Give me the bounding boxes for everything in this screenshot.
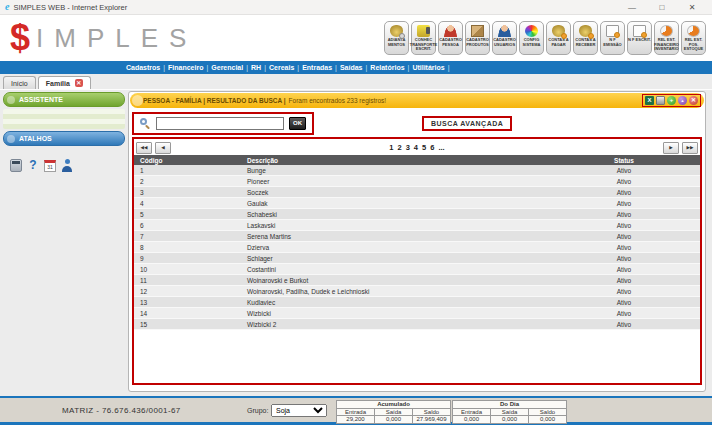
table-row[interactable]: 4GaulakAtivo — [134, 198, 700, 209]
palette-icon — [525, 25, 538, 37]
add-icon[interactable]: + — [667, 96, 676, 105]
page-number-2[interactable]: 2 — [398, 143, 402, 152]
table-row[interactable]: 6LaskavskiAtivo — [134, 220, 700, 231]
toolbar-button-label: CADASTRO PESSOA — [439, 38, 462, 47]
page-number-6[interactable]: 6 — [430, 143, 434, 152]
table-row[interactable]: 11Woinarovski e BurkotAtivo — [134, 275, 700, 286]
last-page-button[interactable]: ▶▶ — [682, 142, 698, 154]
table-row[interactable]: 1BungeAtivo — [134, 165, 700, 176]
table-row[interactable]: 9SchlagerAtivo — [134, 253, 700, 264]
toolbar-button-n-f-escrit[interactable]: N F ESCRIT. — [627, 21, 652, 55]
summary-col-saida: Saída — [375, 408, 413, 416]
toolbar-button-cadastro-produtos[interactable]: CADASTRO PRODUTOS — [465, 21, 490, 55]
toolbar-button-label: CONFIG SISTEMA — [520, 38, 543, 47]
calculator-icon[interactable] — [10, 159, 22, 172]
table-row[interactable]: 10CostantiniAtivo — [134, 264, 700, 275]
close-panel-icon[interactable]: ✕ — [689, 96, 698, 105]
logo-text: IMPLES — [36, 23, 197, 54]
sidebar-atalhos-header[interactable]: ATALHOS — [3, 131, 125, 146]
table-row[interactable]: 7Serena MartinsAtivo — [134, 231, 700, 242]
summary-value-entrada: 0,000 — [453, 416, 491, 424]
toolbar-button-label: CONHEC TRANSPORTE ESCRIT. — [410, 38, 438, 52]
menu-item-rh[interactable]: RH — [251, 64, 261, 71]
help-icon[interactable]: ? — [27, 159, 39, 172]
menu-item-relatorios[interactable]: Relatórios — [370, 64, 404, 71]
table-row[interactable]: 8DziervaAtivo — [134, 242, 700, 253]
toolbar-button-rel-est-financeiro-inventario[interactable]: REL EST. FINANCEIRO INVENTARIO — [654, 21, 679, 55]
dollar-logo-icon: $ — [10, 20, 30, 56]
toolbar-button-cadastro-pessoa[interactable]: CADASTRO PESSOA — [438, 21, 463, 55]
menu-item-utilitarios[interactable]: Utilitários — [412, 64, 444, 71]
menu-separator: | — [297, 64, 299, 71]
maximize-button[interactable]: □ — [647, 1, 677, 14]
toolbar-button-config-sistema[interactable]: CONFIG SISTEMA — [519, 21, 544, 55]
toolbar-button-rel-est-pos-estoque[interactable]: REL EST. POS. ESTOQUE — [681, 21, 706, 55]
user-icon[interactable] — [61, 159, 73, 172]
row-status: Ativo — [548, 319, 700, 330]
window-controls: —□✕ — [617, 1, 707, 14]
menu-item-cereais[interactable]: Cereais — [269, 64, 294, 71]
tab-inicio[interactable]: Início — [3, 76, 36, 89]
shortcut-icons: ?31 — [3, 157, 125, 172]
table-row[interactable]: 13KudlaviecAtivo — [134, 297, 700, 308]
page-number-[interactable]: ... — [438, 143, 444, 152]
row-status: Ativo — [548, 297, 700, 308]
toolbar-button-adianta-mentos[interactable]: ADIANTA MENTOS — [384, 21, 409, 55]
toolbar-button-label: CONTAS A RECEBER — [574, 38, 597, 47]
first-page-button[interactable]: ◀◀ — [136, 142, 152, 154]
table-row[interactable]: 15Wizbicki 2Ativo — [134, 319, 700, 330]
result-action-icons: X+▲✕ — [642, 94, 701, 107]
row-status: Ativo — [548, 198, 700, 209]
table-row[interactable]: 12Woinarovski, Padilha, Dudek e Leichnio… — [134, 286, 700, 297]
next-page-button[interactable]: ▶ — [663, 142, 679, 154]
menu-item-cadastros[interactable]: Cadastros — [126, 64, 160, 71]
table-row[interactable]: 14WizbickiAtivo — [134, 308, 700, 319]
calendar-icon[interactable]: 31 — [44, 160, 56, 172]
menu-item-gerencial[interactable]: Gerencial — [211, 64, 243, 71]
table-row[interactable]: 2PioneerAtivo — [134, 176, 700, 187]
minimize-button[interactable]: — — [617, 1, 647, 14]
tab-familia[interactable]: Família✕ — [38, 76, 91, 89]
search-box: OK — [132, 112, 314, 135]
tab-close-icon[interactable]: ✕ — [75, 79, 83, 87]
menu-separator: | — [448, 64, 450, 71]
upload-icon[interactable]: ▲ — [678, 96, 687, 105]
toolbar-button-label: CADASTRO PRODUTOS — [466, 38, 489, 47]
summary-col-entrada: Entrada — [337, 408, 375, 416]
sidebar-assistente-header[interactable]: ASSISTENTE — [3, 92, 125, 107]
excel-export-icon[interactable]: X — [645, 96, 654, 105]
toolbar-button-cadastro-usuarios[interactable]: CADASTRO USUARIOS — [492, 21, 517, 55]
column-header-codigo: Código — [134, 155, 241, 165]
toolbar-button-n-f-emissao[interactable]: N F EMISSÃO — [600, 21, 625, 55]
search-ok-button[interactable]: OK — [289, 117, 306, 130]
company-identifier: MATRIZ - 76.676.436/0001-67 — [62, 406, 181, 415]
page-number-3[interactable]: 3 — [406, 143, 410, 152]
search-input[interactable] — [156, 117, 284, 130]
menu-item-entradas[interactable]: Entradas — [302, 64, 332, 71]
summary-col-saldo: Saldo — [413, 408, 451, 416]
menu-item-financeiro[interactable]: Financeiro — [168, 64, 203, 71]
summary-title: Do Dia — [453, 401, 567, 409]
toolbar-button-contas-a-pagar[interactable]: CONTAS A PAGAR — [546, 21, 571, 55]
summary-value-entrada: 29,200 — [337, 416, 375, 424]
busca-avancada-button[interactable]: BUSCA AVANÇADA — [422, 116, 512, 131]
table-row[interactable]: 3SoczekAtivo — [134, 187, 700, 198]
toolbar-button-contas-a-receber[interactable]: CONTAS A RECEBER — [573, 21, 598, 55]
page-number-4[interactable]: 4 — [414, 143, 418, 152]
page-number-5[interactable]: 5 — [422, 143, 426, 152]
sidebar: ASSISTENTE ATALHOS ?31 — [0, 90, 128, 396]
close-button[interactable]: ✕ — [677, 1, 707, 14]
row-status: Ativo — [548, 275, 700, 286]
prev-page-button[interactable]: ◀ — [155, 142, 171, 154]
row-codigo: 1 — [134, 165, 241, 176]
print-icon[interactable] — [656, 96, 665, 105]
table-row[interactable]: 5SchabeskiAtivo — [134, 209, 700, 220]
tab-label: Família — [46, 80, 70, 87]
page-number-1[interactable]: 1 — [389, 143, 393, 152]
window-title: SIMPLES WEB - Internet Explorer — [13, 3, 127, 12]
results-table: CódigoDescriçãoStatus 1BungeAtivo2Pionee… — [134, 155, 700, 330]
tab-label: Início — [11, 80, 28, 87]
grupo-select[interactable]: Soja — [271, 404, 327, 417]
menu-item-saidas[interactable]: Saídas — [340, 64, 363, 71]
toolbar-button-conhec-transporte-escrit[interactable]: CONHEC TRANSPORTE ESCRIT. — [411, 21, 436, 55]
